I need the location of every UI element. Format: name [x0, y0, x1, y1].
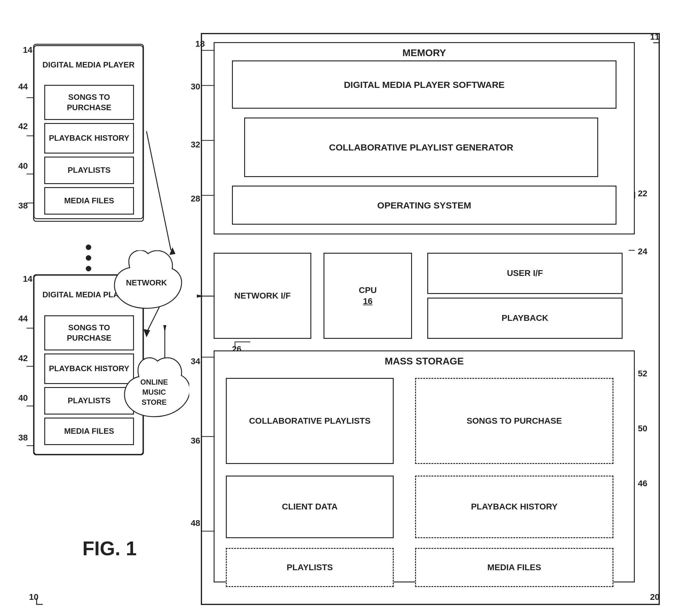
svg-marker-11 [197, 294, 205, 298]
playback-history-bottom-text: PLAYBACK HISTORY [49, 363, 129, 374]
digital-media-player-top-label: DIGITAL MEDIA PLAYER [37, 47, 140, 82]
ref-52: 52 [638, 369, 647, 379]
songs-to-purchase-top-box: SONGS TO PURCHASE [44, 85, 134, 120]
network-cloud: NETWORK [108, 250, 185, 318]
songs-to-purchase-bottom-text: SONGS TO PURCHASE [45, 323, 133, 343]
media-files-ms-text: MEDIA FILES [488, 562, 541, 573]
ref-48: 48 [191, 518, 200, 528]
playback-text: PLAYBACK [502, 313, 549, 324]
media-files-top-text: MEDIA FILES [64, 196, 114, 206]
playback-history-top-text: PLAYBACK HISTORY [49, 133, 129, 144]
ref-10: 10 [29, 592, 39, 602]
mass-storage-label: MASS STORAGE [385, 356, 464, 367]
media-files-top-box: MEDIA FILES [44, 187, 134, 215]
collab-playlist-generator-text: COLLABORATIVE PLAYLIST GENERATOR [329, 141, 513, 153]
cpu-box: CPU 16 [324, 253, 412, 339]
ref-14a: 14 [23, 45, 32, 55]
ref-22: 22 [638, 189, 647, 199]
ref-40a: 40 [18, 161, 28, 171]
collab-playlist-generator-box: COLLABORATIVE PLAYLIST GENERATOR [244, 117, 598, 177]
dmp-software-box: DIGITAL MEDIA PLAYER SOFTWARE [232, 60, 617, 109]
media-files-ms-box: MEDIA FILES [415, 548, 613, 587]
user-if-box: USER I/F [427, 253, 623, 294]
svg-point-3 [86, 244, 91, 250]
ref-44b: 44 [18, 314, 28, 324]
memory-label: MEMORY [402, 47, 446, 58]
playback-history-ms-box: PLAYBACK HISTORY [415, 475, 613, 538]
songs-to-purchase-ms-box: SONGS TO PURCHASE [415, 378, 613, 464]
ref-11: 11 [650, 32, 660, 42]
ref-20: 20 [650, 592, 660, 602]
svg-marker-9 [144, 329, 150, 337]
ref-14b: 14 [23, 274, 32, 284]
ref-28: 28 [191, 194, 200, 204]
ref-38b: 38 [18, 433, 28, 443]
songs-to-purchase-ms-text: SONGS TO PURCHASE [467, 415, 562, 427]
playback-history-ms-text: PLAYBACK HISTORY [471, 501, 558, 512]
ref-34: 34 [191, 356, 200, 366]
ref-24: 24 [638, 247, 647, 257]
ref-38a: 38 [18, 201, 28, 211]
svg-text:MUSIC: MUSIC [142, 388, 166, 396]
playlists-top-box: PLAYLISTS [44, 157, 134, 184]
svg-text:ONLINE: ONLINE [140, 378, 168, 386]
collab-playlists-text: COLLABORATIVE PLAYLISTS [249, 415, 371, 427]
ref-42b: 42 [18, 353, 28, 363]
ref-50: 50 [638, 424, 647, 434]
ref-32: 32 [191, 140, 200, 150]
svg-point-4 [86, 255, 91, 261]
playback-box: PLAYBACK [427, 298, 623, 339]
playlists-top-text: PLAYLISTS [68, 165, 111, 175]
svg-text:STORE: STORE [142, 398, 167, 406]
media-files-bottom-text: MEDIA FILES [64, 426, 114, 437]
online-music-store-cloud: ONLINE MUSIC STORE [119, 354, 189, 424]
ref-44a: 44 [18, 82, 28, 92]
svg-point-5 [86, 266, 91, 271]
ref-36: 36 [191, 436, 200, 446]
svg-line-6 [147, 131, 171, 250]
diagram: 10 11 12 14 14 18 20 22 24 26 28 30 32 3… [0, 0, 676, 616]
ref-18: 18 [195, 39, 205, 49]
client-data-box: CLIENT DATA [226, 475, 394, 538]
ref-30: 30 [191, 82, 200, 92]
playlists-ms-box: PLAYLISTS [226, 548, 394, 587]
ref-42a: 42 [18, 121, 28, 131]
songs-to-purchase-top-text: SONGS TO PURCHASE [45, 92, 133, 113]
songs-to-purchase-bottom-box: SONGS TO PURCHASE [44, 315, 134, 350]
svg-text:NETWORK: NETWORK [126, 278, 167, 287]
user-if-text: USER I/F [507, 268, 543, 279]
cpu-text: CPU [358, 285, 377, 296]
network-if-box: NETWORK I/F [214, 253, 311, 339]
fig-label: FIG. 1 [82, 537, 137, 560]
client-data-text: CLIENT DATA [282, 501, 338, 512]
operating-system-box: OPERATING SYSTEM [232, 185, 617, 225]
operating-system-text: OPERATING SYSTEM [377, 199, 471, 211]
collab-playlists-box: COLLABORATIVE PLAYLISTS [226, 378, 394, 464]
playlists-ms-text: PLAYLISTS [287, 562, 333, 573]
dmp-top-text: DIGITAL MEDIA PLAYER [43, 60, 134, 70]
svg-marker-14 [163, 325, 166, 333]
ref-46: 46 [638, 479, 647, 488]
cpu-num: 16 [358, 296, 377, 307]
dmp-software-text: DIGITAL MEDIA PLAYER SOFTWARE [344, 79, 505, 91]
playback-history-top-box: PLAYBACK HISTORY [44, 123, 134, 154]
network-if-text: NETWORK I/F [234, 290, 290, 301]
ref-40b: 40 [18, 393, 28, 403]
playlists-bottom-text: PLAYLISTS [68, 396, 111, 406]
